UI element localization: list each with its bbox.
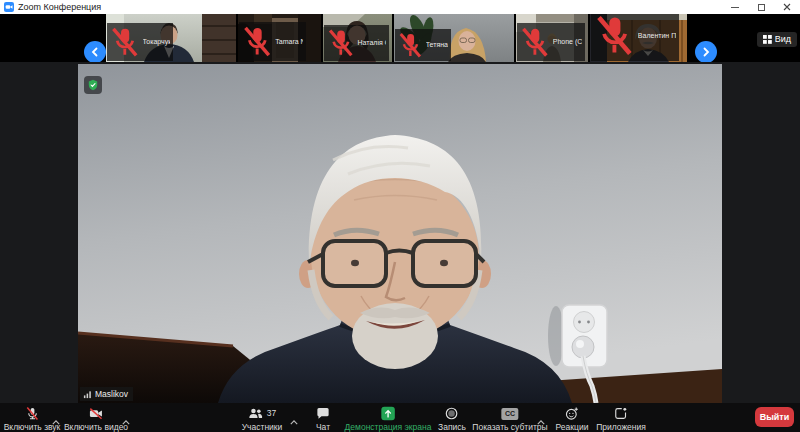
mic-off-icon — [109, 24, 141, 60]
participants-filmstrip: Токарчук Сергій Tamara Nosenko — [0, 14, 800, 62]
record-icon — [444, 406, 459, 421]
participant-thumbnail-4[interactable]: Тетяна Яцюк — [394, 14, 514, 62]
participant-thumbnail-6[interactable]: Валентин Петренко (... — [590, 14, 687, 62]
filmstrip-next-button[interactable] — [695, 41, 717, 63]
video-options-caret[interactable] — [122, 411, 130, 429]
mic-muted-icon — [25, 406, 40, 421]
zoom-app-icon — [4, 2, 14, 12]
close-button[interactable] — [774, 0, 800, 14]
cc-icon: CC — [502, 408, 519, 420]
share-screen-icon — [380, 406, 395, 421]
camera-off-icon — [88, 406, 104, 421]
participant-name-badge: Tamara Nosenko — [239, 22, 306, 61]
participant-name-badge: Наталія Стеценко — [324, 25, 389, 61]
record-button[interactable]: Запись — [438, 406, 466, 432]
chat-icon — [316, 406, 331, 421]
participant-thumbnail-2[interactable]: Tamara Nosenko — [238, 14, 321, 62]
audio-options-caret[interactable] — [52, 411, 60, 429]
mic-off-icon — [397, 30, 424, 61]
chevron-left-icon — [90, 47, 100, 57]
mic-off-icon — [593, 14, 636, 60]
speaker-name-badge: Maslikov — [80, 387, 133, 401]
mic-off-icon — [326, 26, 355, 60]
grid-view-icon — [763, 35, 772, 44]
chevron-right-icon — [701, 47, 711, 57]
reactions-icon — [565, 406, 580, 421]
minimize-icon — [731, 7, 739, 8]
participant-name-badge: Phone (Светлана) — [517, 23, 585, 61]
participants-icon — [248, 406, 264, 421]
participant-name-badge: Токарчук Сергій — [107, 23, 173, 61]
filmstrip-prev-button[interactable] — [84, 41, 106, 63]
titlebar: Zoom Конференция — [0, 0, 800, 14]
participants-button[interactable]: 37 Участники — [242, 406, 283, 432]
participants-options-caret[interactable] — [290, 411, 298, 429]
active-speaker-video: Maslikov — [78, 64, 722, 403]
participant-name-badge: Тетяна Яцюк — [395, 29, 451, 62]
minimize-button[interactable] — [722, 0, 748, 14]
restore-icon — [758, 4, 765, 11]
window-title: Zoom Конференция — [18, 3, 101, 12]
zoom-meeting-window: Zoom Конференция — [0, 0, 800, 432]
view-button[interactable]: Вид — [757, 32, 797, 47]
apps-icon — [613, 406, 628, 421]
participant-name-badge: Валентин Петренко (... — [591, 14, 679, 61]
reactions-button[interactable]: Реакции — [556, 406, 589, 432]
restore-button[interactable] — [748, 0, 774, 14]
speaker-portrait — [78, 64, 722, 403]
participant-thumbnail-1[interactable]: Токарчук Сергій — [106, 14, 236, 62]
share-screen-button[interactable]: Демонстрация экрана — [345, 406, 432, 432]
close-icon — [783, 3, 791, 11]
chat-button[interactable]: Чат — [316, 406, 331, 432]
captions-options-caret[interactable] — [537, 411, 545, 429]
audio-level-icon — [83, 390, 92, 399]
participant-thumbnail-3[interactable]: Наталія Стеценко — [323, 14, 392, 62]
participants-count: 37 — [267, 409, 276, 418]
leave-button[interactable]: Выйти — [755, 407, 794, 427]
start-video-button[interactable]: Включить видео — [64, 406, 128, 432]
main-stage: Maslikov — [0, 62, 800, 403]
mic-off-icon — [519, 24, 551, 60]
mic-off-icon — [241, 23, 273, 60]
meeting-toolbar: Включить звук Включить видео — [0, 403, 800, 432]
encryption-shield-icon[interactable] — [84, 76, 102, 94]
participant-thumbnail-5[interactable]: Phone (Светлана) — [516, 14, 588, 62]
apps-button[interactable]: Приложения — [596, 406, 646, 432]
